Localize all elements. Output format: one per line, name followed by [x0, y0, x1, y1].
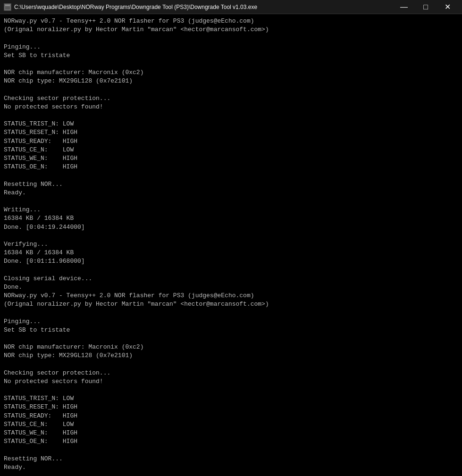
main-window: C:\Users\wquade\Desktop\NORway Programs\… — [0, 0, 462, 476]
svg-rect-1 — [5, 5, 10, 6]
window-title: C:\Users\wquade\Desktop\NORway Programs\… — [14, 4, 393, 10]
maximize-button[interactable]: □ — [415, 0, 437, 14]
close-button[interactable]: ✕ — [437, 0, 458, 14]
minimize-button[interactable]: — — [393, 0, 415, 14]
window-icon — [4, 3, 11, 11]
title-bar: C:\Users\wquade\Desktop\NORway Programs\… — [0, 0, 462, 14]
window-controls: — □ ✕ — [393, 0, 458, 14]
console-output: NORway.py v0.7 - Teensy++ 2.0 NOR flashe… — [0, 14, 462, 476]
